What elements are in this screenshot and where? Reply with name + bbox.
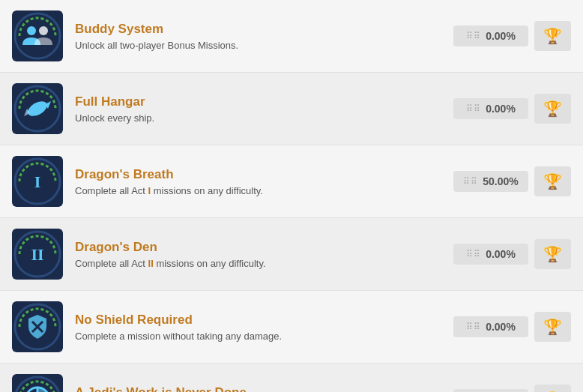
progress-box: ⠿⠿ 50.00% bbox=[453, 171, 528, 192]
achievement-icon-jedi bbox=[12, 374, 63, 392]
trophy-icon: 🏆 bbox=[543, 100, 562, 118]
achievement-list: Buddy System Unlock all two-player Bonus… bbox=[0, 0, 583, 392]
achievement-title: A Jedi's Work is Never Done bbox=[75, 385, 441, 393]
achievement-title: No Shield Required bbox=[75, 313, 441, 328]
act-highlight: II bbox=[148, 258, 154, 269]
achievement-desc: Complete all Act I missions on any diffi… bbox=[75, 185, 441, 196]
achievement-row: No Shield Required Complete a mission wi… bbox=[0, 291, 583, 364]
progress-box: ⠿⠿ 0.00% bbox=[453, 25, 528, 46]
achievement-title: Dragon's Den bbox=[75, 240, 441, 255]
achievement-row: Buddy System Unlock all two-player Bonus… bbox=[0, 0, 583, 73]
drag-icon: ⠿⠿ bbox=[466, 103, 481, 114]
progress-pct: 50.00% bbox=[483, 175, 518, 187]
achievement-info-dragon2: Dragon's Den Complete all Act II mission… bbox=[75, 240, 441, 269]
achievement-icon-dragon1: I bbox=[12, 156, 63, 207]
achievement-desc: Unlock all two-player Bonus Missions. bbox=[75, 40, 441, 51]
drag-icon: ⠿⠿ bbox=[466, 322, 481, 332]
achievement-progress: ⠿⠿ 0.00% 🏆 bbox=[453, 385, 571, 392]
achievement-info-buddy: Buddy System Unlock all two-player Bonus… bbox=[75, 22, 441, 51]
trophy-box[interactable]: 🏆 bbox=[534, 385, 571, 392]
svg-text:I: I bbox=[34, 172, 41, 191]
act-highlight: I bbox=[148, 185, 151, 196]
trophy-icon: 🏆 bbox=[543, 245, 562, 263]
progress-box: ⠿⠿ 0.00% bbox=[453, 98, 528, 119]
drag-icon: ⠿⠿ bbox=[463, 176, 478, 187]
trophy-box[interactable]: 🏆 bbox=[534, 239, 571, 269]
achievement-row: A Jedi's Work is Never Done Complete eve… bbox=[0, 364, 583, 392]
progress-pct: 0.00% bbox=[486, 248, 516, 260]
trophy-box[interactable]: 🏆 bbox=[534, 94, 571, 124]
achievement-info-dragon1: Dragon's Breath Complete all Act I missi… bbox=[75, 167, 441, 196]
achievement-info-shield: No Shield Required Complete a mission wi… bbox=[75, 313, 441, 342]
progress-box: ⠿⠿ 0.00% bbox=[453, 244, 528, 265]
achievement-icon-shield bbox=[12, 301, 63, 352]
svg-point-3 bbox=[39, 26, 48, 35]
trophy-icon: 🏆 bbox=[543, 27, 562, 45]
progress-pct: 0.00% bbox=[486, 103, 516, 115]
achievement-progress: ⠿⠿ 0.00% 🏆 bbox=[453, 239, 571, 269]
progress-pct: 0.00% bbox=[486, 321, 516, 333]
achievement-info-hangar: Full Hangar Unlock every ship. bbox=[75, 94, 441, 124]
achievement-icon-dragon2: II bbox=[12, 229, 63, 280]
achievement-progress: ⠿⠿ 0.00% 🏆 bbox=[453, 94, 571, 124]
progress-box: ⠿⠿ 0.00% bbox=[453, 389, 528, 392]
progress-box: ⠿⠿ 0.00% bbox=[453, 316, 528, 337]
achievement-icon-hangar bbox=[12, 83, 63, 134]
achievement-desc: Complete all Act II missions on any diff… bbox=[75, 258, 441, 269]
trophy-box[interactable]: 🏆 bbox=[534, 21, 571, 51]
achievement-progress: ⠿⠿ 0.00% 🏆 bbox=[453, 312, 571, 342]
trophy-icon: 🏆 bbox=[543, 172, 562, 190]
trophy-box[interactable]: 🏆 bbox=[534, 166, 571, 196]
trophy-box[interactable]: 🏆 bbox=[534, 312, 571, 342]
achievement-row: I Dragon's Breath Complete all Act I mis… bbox=[0, 145, 583, 218]
achievement-icon-buddy bbox=[12, 10, 63, 61]
drag-icon: ⠿⠿ bbox=[466, 31, 481, 41]
achievement-info-jedi: A Jedi's Work is Never Done Complete eve… bbox=[75, 385, 441, 393]
achievement-desc: Unlock every ship. bbox=[75, 112, 441, 124]
achievement-row: Full Hangar Unlock every ship. ⠿⠿ 0.00% … bbox=[0, 73, 583, 145]
achievement-progress: ⠿⠿ 0.00% 🏆 bbox=[453, 21, 571, 51]
achievement-desc: Complete a mission without taking any da… bbox=[75, 331, 441, 342]
svg-text:II: II bbox=[31, 245, 43, 264]
trophy-icon: 🏆 bbox=[543, 318, 562, 336]
drag-icon: ⠿⠿ bbox=[466, 249, 481, 259]
achievement-row: II Dragon's Den Complete all Act II miss… bbox=[0, 218, 583, 291]
svg-point-2 bbox=[27, 26, 36, 35]
achievement-progress: ⠿⠿ 50.00% 🏆 bbox=[453, 166, 571, 196]
achievement-title: Dragon's Breath bbox=[75, 167, 441, 182]
achievement-title: Buddy System bbox=[75, 22, 441, 37]
progress-pct: 0.00% bbox=[486, 30, 516, 42]
achievement-title: Full Hangar bbox=[75, 94, 441, 109]
